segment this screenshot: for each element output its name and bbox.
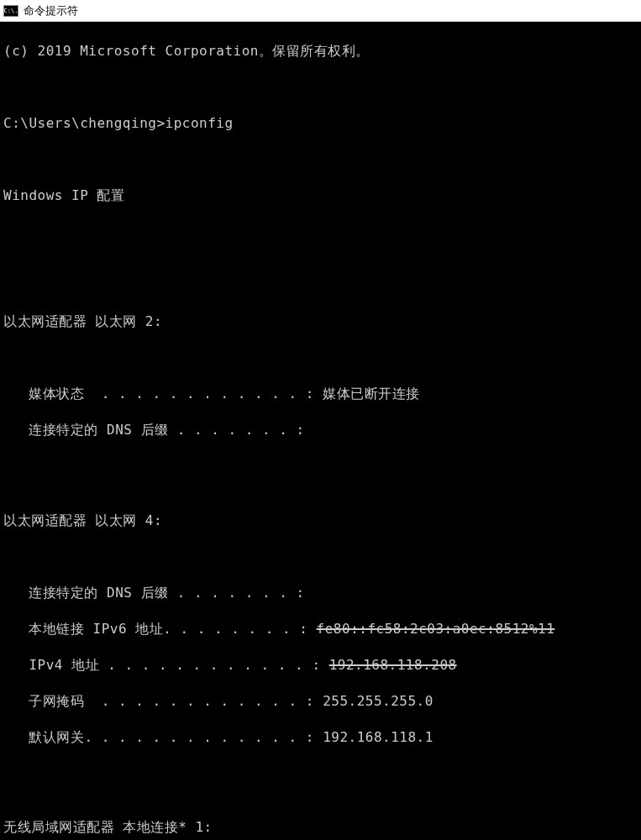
row-value-redacted: fe80::fc58:2c03:a0ec:8512%11	[317, 621, 555, 637]
adapter-row: 默认网关. . . . . . . . . . . . . : 192.168.…	[0, 728, 641, 747]
row-value-redacted: 192.168.118.208	[329, 657, 457, 673]
adapter-title: 无线局域网适配器 本地连接* 1:	[0, 818, 641, 837]
window-title: 命令提示符	[24, 3, 78, 18]
blank-line	[0, 150, 641, 169]
copyright-line: (c) 2019 Microsoft Corporation。保留所有权利。	[0, 42, 641, 60]
adapter-row: 连接特定的 DNS 后缀 . . . . . . . :	[0, 421, 641, 439]
adapter-row: 连接特定的 DNS 后缀 . . . . . . . :	[0, 584, 641, 602]
titlebar[interactable]: C:\. 命令提示符	[0, 0, 641, 22]
prompt-path: C:\Users\chengqing>	[3, 115, 166, 131]
ip-config-header: Windows IP 配置	[0, 186, 641, 205]
blank-line	[0, 349, 641, 367]
terminal-output[interactable]: (c) 2019 Microsoft Corporation。保留所有权利。 C…	[0, 22, 641, 840]
blank-line	[0, 764, 641, 783]
prompt-line: C:\Users\chengqing>ipconfig	[0, 114, 641, 133]
row-value: 媒体已断开连接	[323, 386, 420, 402]
blank-line	[0, 259, 641, 277]
blank-line	[0, 223, 641, 241]
blank-line	[0, 78, 641, 97]
command-text: ipconfig	[166, 115, 234, 131]
row-value: 255.255.255.0	[323, 693, 433, 709]
adapter-row: IPv4 地址 . . . . . . . . . . . . : 192.16…	[0, 656, 641, 675]
adapter-row: 子网掩码 . . . . . . . . . . . . : 255.255.2…	[0, 692, 641, 711]
cmd-icon: C:\.	[3, 5, 18, 17]
blank-line	[0, 457, 641, 475]
adapter-row: 媒体状态 . . . . . . . . . . . . : 媒体已断开连接	[0, 385, 641, 403]
adapter-row: 本地链接 IPv6 地址. . . . . . . . : fe80::fc58…	[0, 620, 641, 638]
blank-line	[0, 548, 641, 566]
adapter-title: 以太网适配器 以太网 4:	[0, 512, 641, 530]
adapter-title: 以太网适配器 以太网 2:	[0, 312, 641, 331]
row-value: 192.168.118.1	[323, 729, 433, 745]
